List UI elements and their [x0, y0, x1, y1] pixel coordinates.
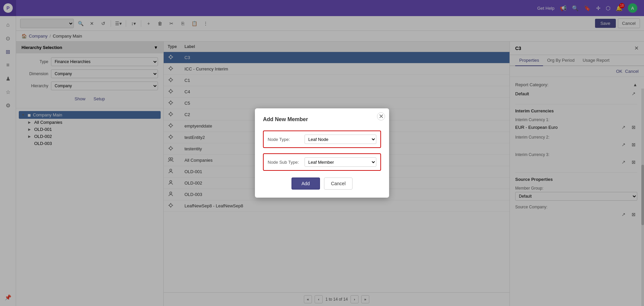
modal-close-btn[interactable]: ✕ [377, 112, 385, 120]
modal-add-button[interactable]: Add [291, 177, 320, 190]
node-type-label: Node Type: [268, 137, 305, 142]
node-sub-type-select[interactable]: Leaf Member Stored Member [305, 157, 376, 167]
node-sub-type-label: Node Sub Type: [268, 160, 305, 165]
node-sub-type-field: Node Sub Type: Leaf Member Stored Member [263, 153, 381, 171]
modal-cancel-button[interactable]: Cancel [324, 177, 353, 190]
node-type-field: Node Type: Leaf Node Parent Node [263, 131, 381, 148]
modal-actions: Add Cancel [263, 177, 381, 190]
modal-title: Add New Member [263, 116, 381, 122]
add-new-member-modal: Add New Member ✕ Node Type: Leaf Node Pa… [255, 108, 389, 198]
node-type-select[interactable]: Leaf Node Parent Node [305, 135, 376, 144]
modal-overlay: Add New Member ✕ Node Type: Leaf Node Pa… [0, 0, 644, 306]
